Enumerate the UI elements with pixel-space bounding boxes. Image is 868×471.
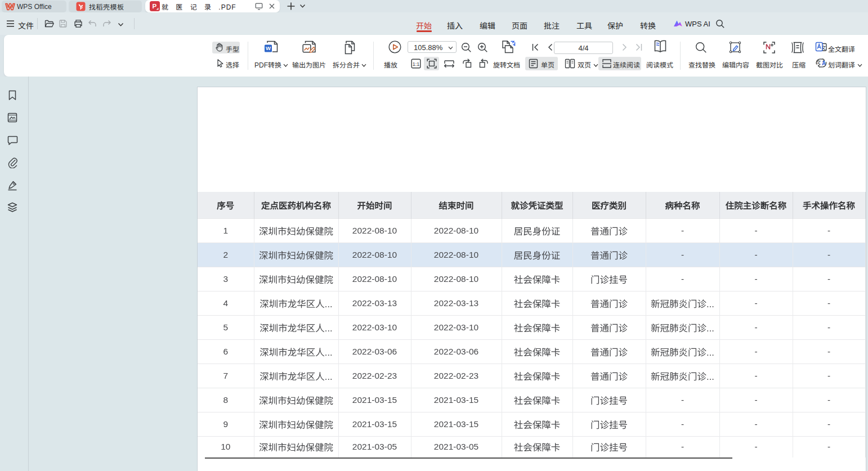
svg-text:A: A [822,60,826,66]
svg-text:W: W [266,45,271,51]
svg-text:P: P [152,3,156,10]
svg-text:文: 文 [816,59,821,65]
svg-text:1:1: 1:1 [413,61,420,67]
